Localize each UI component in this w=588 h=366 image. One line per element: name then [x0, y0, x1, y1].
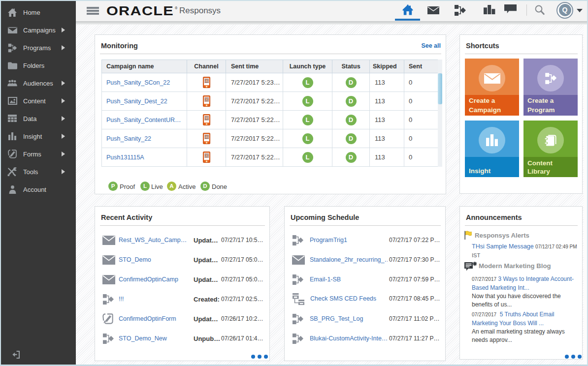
svg-text:ORACLE: ORACLE: [106, 6, 174, 17]
svg-text:®: ®: [175, 6, 178, 10]
